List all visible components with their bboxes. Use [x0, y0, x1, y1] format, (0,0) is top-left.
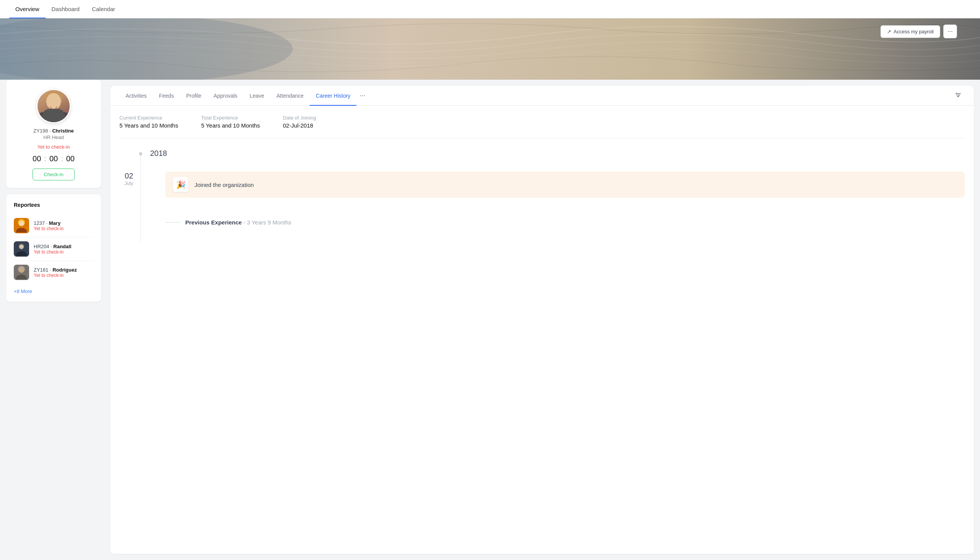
tab-leave-label: Leave — [249, 93, 264, 99]
current-exp-label: Current Experience — [120, 115, 178, 121]
profile-banner: ↗ Access my payroll ··· — [0, 18, 980, 80]
current-exp-value: 5 Years and 10 Months — [120, 122, 178, 129]
tab-activities[interactable]: Activities — [120, 86, 153, 106]
content-area: ZY198 · Christine HR Head Yet to check-i… — [0, 80, 980, 560]
total-exp-value: 5 Years and 10 Months — [201, 122, 259, 129]
reportee-fullname-mary: Mary — [49, 220, 60, 226]
svg-point-18 — [958, 94, 960, 95]
more-dots-icon: ··· — [947, 28, 952, 35]
career-timeline: 2018 02 July 🎉 — [120, 149, 965, 232]
tab-profile[interactable]: Profile — [180, 86, 208, 106]
checkin-button[interactable]: Check-in — [33, 168, 74, 180]
timer-minutes: 00 — [49, 154, 58, 163]
more-reportees-link[interactable]: +8 More — [14, 288, 93, 294]
reportee-id-mary: 1237 — [34, 220, 45, 226]
tab-approvals-label: Approvals — [214, 93, 238, 99]
checkin-status: Yet to check-in — [38, 144, 70, 150]
join-text: Joined the organization — [194, 182, 254, 188]
svg-point-5 — [19, 221, 24, 226]
tab-bar: Activities Feeds Profile Approvals Leave — [110, 86, 974, 106]
tab-attendance[interactable]: Attendance — [270, 86, 310, 106]
avatar-face — [47, 93, 61, 109]
employee-id-value: ZY198 — [33, 128, 48, 134]
timeline-dot-top — [139, 152, 143, 155]
avatar — [37, 89, 71, 123]
tab-attendance-label: Attendance — [276, 93, 304, 99]
prev-exp-duration: 3 Years 9 Months — [247, 219, 291, 226]
left-panel: ZY198 · Christine HR Head Yet to check-i… — [0, 80, 107, 560]
svg-point-17 — [956, 93, 957, 94]
reportee-name-randall: HR204 · Randall — [34, 243, 93, 249]
tab-filter-button[interactable] — [952, 90, 965, 102]
main-layout: ↗ Access my payroll ··· — [0, 18, 980, 560]
tab-career-history-label: Career History — [316, 93, 350, 99]
reportee-id-rodriguez: ZY181 — [34, 267, 48, 273]
nav-item-dashboard[interactable]: Dashboard — [46, 0, 86, 18]
timer-sep-1: : — [44, 154, 47, 163]
external-link-icon: ↗ — [887, 29, 891, 35]
reportee-avatar-mary — [14, 218, 29, 233]
join-event-card: 🎉 Joined the organization — [165, 172, 965, 198]
total-exp-label: Total Experience — [201, 115, 259, 121]
nav-dashboard-label: Dashboard — [51, 6, 80, 12]
svg-point-19 — [957, 96, 958, 97]
reportee-info-randall: HR204 · Randall Yet to check-in — [34, 243, 93, 255]
doj-value: 02-Jul-2018 — [283, 122, 316, 129]
reportees-card: Reportees 1237 · Mary — [6, 194, 101, 302]
avatar-body — [42, 109, 65, 122]
top-navigation: Overview Dashboard Calendar — [0, 0, 980, 18]
employee-id: ZY198 · Christine — [33, 128, 74, 134]
reportee-info-mary: 1237 · Mary Yet to check-in — [34, 220, 93, 232]
access-payroll-label: Access my payroll — [894, 29, 933, 35]
reportee-status-randall: Yet to check-in — [34, 249, 93, 255]
tab-leave[interactable]: Leave — [244, 86, 270, 106]
current-experience: Current Experience 5 Years and 10 Months — [120, 115, 178, 129]
timer-display: 00 : 00 : 00 — [33, 154, 75, 163]
date-of-joining: Date of Joining 02-Jul-2018 — [283, 115, 316, 129]
banner-actions: ↗ Access my payroll ··· — [880, 25, 957, 38]
timer-sep-2: : — [61, 154, 63, 163]
reportee-avatar-rodriguez — [14, 265, 29, 280]
timeline-event-row: 02 July 🎉 Joined the organization — [120, 172, 965, 207]
employee-role: HR Head — [43, 135, 63, 140]
nav-calendar-label: Calendar — [92, 6, 115, 12]
prev-exp-label: Previous Experience — [185, 219, 242, 226]
employee-name: Christine — [52, 128, 73, 134]
reportee-info-rodriguez: ZY181 · Rodriguez Yet to check-in — [34, 267, 93, 278]
event-day: 02 — [120, 172, 133, 180]
svg-point-9 — [19, 244, 24, 249]
timer-hours: 00 — [33, 154, 41, 163]
prev-exp-separator: - — [244, 219, 247, 226]
svg-point-1 — [0, 18, 292, 80]
reportee-name-rodriguez: ZY181 · Rodriguez — [34, 267, 93, 273]
tab-feeds-label: Feeds — [159, 93, 174, 99]
banner-more-button[interactable]: ··· — [943, 25, 957, 38]
reportee-item: ZY181 · Rodriguez Yet to check-in — [14, 261, 93, 284]
doj-label: Date of Joining — [283, 115, 316, 121]
tab-feeds[interactable]: Feeds — [153, 86, 180, 106]
banner-decoration — [0, 18, 980, 80]
reportee-avatar-randall — [14, 241, 29, 257]
experience-summary: Current Experience 5 Years and 10 Months… — [120, 115, 965, 138]
reportees-title: Reportees — [14, 202, 93, 208]
event-date: 02 July — [120, 172, 143, 186]
tab-approvals[interactable]: Approvals — [208, 86, 244, 106]
nav-item-overview[interactable]: Overview — [9, 0, 46, 18]
nav-item-calendar[interactable]: Calendar — [86, 0, 121, 18]
filter-icon — [955, 92, 962, 98]
join-emoji-icon: 🎉 — [176, 180, 186, 189]
prev-exp-text: Previous Experience - 3 Years 9 Months — [185, 219, 291, 226]
reportee-status-rodriguez: Yet to check-in — [34, 273, 93, 278]
tab-more-button[interactable]: ··· — [356, 92, 368, 100]
tab-career-history[interactable]: Career History — [310, 86, 356, 106]
right-content: Activities Feeds Profile Approvals Leave — [107, 80, 980, 560]
reportee-fullname-randall: Randall — [53, 243, 71, 249]
reportee-name-mary: 1237 · Mary — [34, 220, 93, 226]
tab-activities-label: Activities — [126, 93, 147, 99]
content-card: Activities Feeds Profile Approvals Leave — [110, 86, 974, 554]
access-payroll-button[interactable]: ↗ Access my payroll — [880, 25, 940, 38]
reportee-item: 1237 · Mary Yet to check-in — [14, 214, 93, 237]
reportee-fullname-rodriguez: Rodriguez — [52, 267, 77, 273]
previous-experience: Previous Experience - 3 Years 9 Months — [165, 213, 291, 232]
reportee-item: HR204 · Randall Yet to check-in — [14, 237, 93, 261]
